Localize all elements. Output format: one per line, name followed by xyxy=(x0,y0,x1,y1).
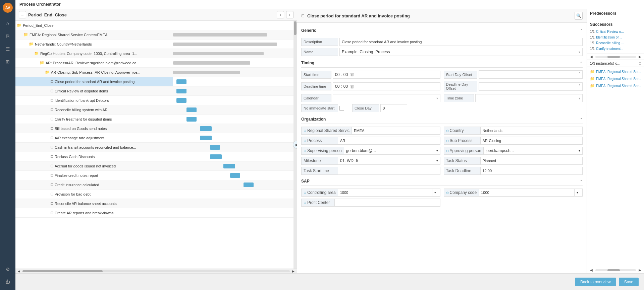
deadline-time-delete[interactable]: 🗑 xyxy=(350,84,354,89)
predecessors-title: Predecessors xyxy=(590,11,641,16)
milestone-value[interactable]: 01. WD -5 ▾ xyxy=(338,157,440,165)
start-time-delete[interactable]: 🗑 xyxy=(350,72,354,77)
tree-row[interactable]: 📁Period_End_Close xyxy=(15,21,173,30)
tree-row[interactable]: ⊡Create AR reports and break-downs xyxy=(15,208,173,218)
tree-row[interactable]: 📁EMEA: Regional Shared Service Center=EM… xyxy=(15,30,173,40)
right-sidebar-scroll[interactable]: ◀ ▶ xyxy=(587,267,644,273)
sap-section-header[interactable]: SAP ⌃ xyxy=(301,177,583,186)
milestone-row: Milestone 01. WD -5 ▾ xyxy=(301,157,440,165)
tree-row[interactable]: ⊡Cash in transit accounts reconciled and… xyxy=(15,143,173,152)
scroll-left-button[interactable]: ◀ xyxy=(17,270,21,273)
sap-icon-3: ⊙ xyxy=(304,201,306,205)
tree-row[interactable]: ⊡Credit insurance calculated xyxy=(15,180,173,190)
org-section-header[interactable]: Organization ⌃ xyxy=(301,115,583,124)
tree-row[interactable]: 📁AR: Process=AR, Reviewer=gerben.blom@re… xyxy=(15,58,173,68)
timezone-value[interactable]: ▾ xyxy=(475,94,583,102)
instance-item[interactable]: 📁EMEA: Regional Shared Ser... xyxy=(587,68,644,75)
start-offset-minus[interactable]: − xyxy=(579,75,580,77)
task-starttime-value[interactable] xyxy=(338,167,440,175)
gantt-row xyxy=(173,143,293,152)
country-value[interactable]: Netherlands xyxy=(481,127,583,135)
approving-person-value[interactable]: joeri.kampsch... ▾ xyxy=(484,147,583,155)
sidebar-icon-chart[interactable]: ⎘ xyxy=(2,31,13,42)
controlling-area-dropdown[interactable]: ▾ xyxy=(432,189,440,197)
tree-row[interactable]: ⊡Identification of bankrupt Debtors xyxy=(15,96,173,105)
horizontal-scrollbar[interactable]: ◀ ▶ xyxy=(15,269,297,273)
row-text: Clarify treatment for disputed items xyxy=(55,117,112,121)
successor-badge: 1/1 xyxy=(590,41,595,45)
rs-scroll-right[interactable]: ▶ xyxy=(637,268,643,272)
gantt-bar xyxy=(200,136,212,140)
tree-row[interactable]: ⊡Reclass Cash Discounts xyxy=(15,152,173,161)
detail-search-button[interactable]: 🔍 xyxy=(575,12,583,20)
sub-process-row: ⊙ Sub Process AR-Closing xyxy=(444,137,583,145)
start-day-offset-value[interactable]: + − xyxy=(479,70,583,79)
tree-row[interactable]: ⊡Reconcile AR balance sheet accounts xyxy=(15,199,173,208)
successors-scroll[interactable]: ◀ ▶ xyxy=(587,54,644,60)
tree-row[interactable]: ⊡Critical Review of disputed items xyxy=(15,86,173,96)
deadline-offset-minus[interactable]: − xyxy=(579,87,580,89)
row-text: Period_End_Close xyxy=(23,23,54,27)
generic-section-header[interactable]: Generic ⌃ xyxy=(301,26,583,35)
successors-section: Successors 1/1Critical Review o...1/1Ide… xyxy=(587,20,644,54)
description-value[interactable]: Close period for standard AR and invoice… xyxy=(339,38,583,46)
sidebar-icon-home[interactable]: ⌂ xyxy=(2,18,13,29)
regional-service-row: ⊙ Regional Shared Servic EMEA xyxy=(301,127,440,135)
name-value[interactable]: Example_Closing_Process ▾ xyxy=(339,48,583,56)
tree-row[interactable]: ⊡Bill based on Goods send notes xyxy=(15,124,173,133)
regional-service-value[interactable]: EMEA xyxy=(352,127,440,135)
sidebar-icon-list[interactable]: ☰ xyxy=(2,44,13,54)
deadline-time-value[interactable]: 00 : 00 🗑 xyxy=(333,82,440,90)
successor-item[interactable]: 1/1Critical Review o... xyxy=(590,29,641,34)
tree-row[interactable]: 📁Netherlands: Country=Netherlands xyxy=(15,40,173,49)
tree-row[interactable]: ⊡Reconcile billing system with AR xyxy=(15,105,173,115)
no-immediate-start-checkbox[interactable] xyxy=(339,106,344,111)
scroll-right-button[interactable]: ▶ xyxy=(291,270,296,273)
left-sidebar: AV ⌂ ⎘ ☰ ⊞ ⚙ ⏻ xyxy=(0,0,15,290)
nav-next-button[interactable]: › xyxy=(286,11,293,18)
sidebar-icon-power[interactable]: ⏻ xyxy=(2,277,13,287)
sub-process-value[interactable]: AR-Closing xyxy=(481,137,583,145)
tree-row[interactable]: ⊡Provision for bad debt xyxy=(15,190,173,199)
process-value[interactable]: AR xyxy=(338,137,440,145)
task-deadline-value[interactable]: 12:00 xyxy=(481,167,583,175)
tree-row[interactable]: 📁AR-Closing: Sub Process=AR-Closing, App… xyxy=(15,68,173,77)
calendar-arrow: ▾ xyxy=(436,96,438,100)
instance-item[interactable]: 📁EMEA: Regional Shared Ser... xyxy=(587,82,644,89)
tree-row[interactable]: ⊡Accrual for goods issued not invoiced xyxy=(15,161,173,171)
tree-row[interactable]: ⊡Close period for standard AR and invoic… xyxy=(15,77,173,86)
task-status-value[interactable]: Planned xyxy=(481,157,583,165)
successors-scroll-right[interactable]: ▶ xyxy=(637,55,643,59)
successors-scroll-left[interactable]: ◀ xyxy=(589,55,594,59)
save-button[interactable]: Save xyxy=(619,278,639,286)
company-code-dropdown[interactable]: ▾ xyxy=(575,189,583,197)
close-day-value[interactable]: 0 xyxy=(380,104,407,112)
successor-item[interactable]: 1/1Reconcile billing ... xyxy=(590,40,641,46)
tree-row[interactable]: ⊡Finalize credit notes report xyxy=(15,171,173,180)
deadline-day-offset-value[interactable]: + − xyxy=(479,82,583,91)
successor-item[interactable]: 1/1Identification of ... xyxy=(590,34,641,40)
rs-scroll-left[interactable]: ◀ xyxy=(589,268,594,272)
tree-row[interactable]: ⊡Clarify treatment for disputed items xyxy=(15,115,173,124)
panel-back-button[interactable]: ← xyxy=(19,11,26,18)
gantt-bar xyxy=(173,33,267,37)
instance-item[interactable]: 📁EMEA: Regional Shared Ser... xyxy=(587,75,644,82)
calendar-value[interactable]: ▾ xyxy=(333,94,440,102)
sap-section-arrow: ⌃ xyxy=(580,179,583,183)
nav-prev-button[interactable]: ‹ xyxy=(277,11,284,18)
start-time-value[interactable]: 00 : 00 🗑 xyxy=(333,71,440,79)
tree-row[interactable]: 📁RegCo Houten: Company code=1000, Contro… xyxy=(15,49,173,58)
deadline-day-offset-row: Deadline Day Offset + − xyxy=(444,81,583,92)
timing-section-header[interactable]: Timing ⌃ xyxy=(301,59,583,68)
start-offset-plus[interactable]: + xyxy=(579,72,580,74)
sidebar-icon-settings[interactable]: ⚙ xyxy=(2,264,13,275)
sidebar-icon-group[interactable]: ⊞ xyxy=(2,56,13,67)
deadline-offset-plus[interactable]: + xyxy=(579,84,580,86)
tree-row[interactable]: ⊡A/R exchange rate adjustment xyxy=(15,133,173,143)
gantt-bar xyxy=(244,183,254,187)
back-to-overview-button[interactable]: Back to overview xyxy=(575,278,616,286)
folder-icon: 📁 xyxy=(34,51,39,56)
gantt-row xyxy=(173,86,293,96)
supervising-person-value[interactable]: gerben.blom@... ▾ xyxy=(344,147,440,155)
successor-item[interactable]: 1/1Clarify treatment... xyxy=(590,46,641,52)
